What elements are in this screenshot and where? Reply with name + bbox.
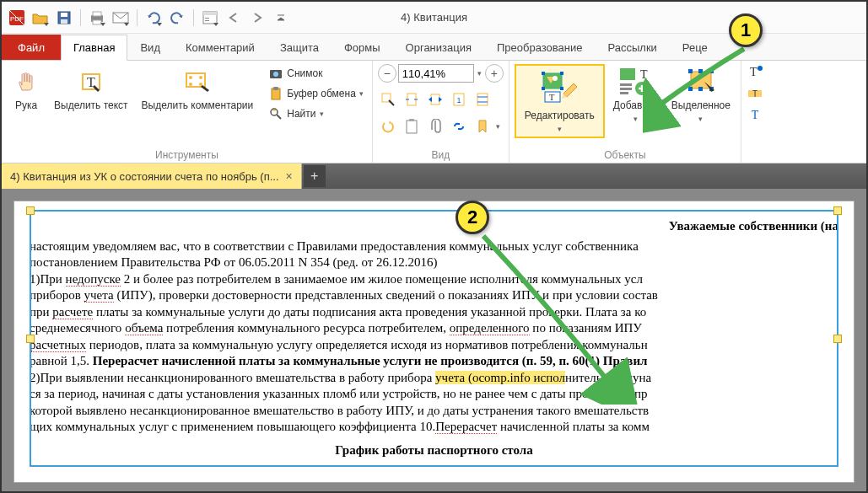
selection-box[interactable] [30, 210, 838, 467]
svg-text:T: T [549, 92, 555, 102]
save-icon[interactable] [54, 8, 74, 28]
annotation-callout-2: 2 [456, 201, 489, 234]
svg-text:PDF: PDF [10, 15, 24, 23]
svg-rect-32 [407, 121, 417, 133]
fit-width-icon[interactable] [425, 89, 445, 110]
print-icon[interactable] [87, 8, 107, 28]
tab-forms[interactable]: Формы [332, 35, 393, 60]
tab-home[interactable]: Главная [61, 35, 127, 61]
svg-rect-37 [542, 87, 545, 90]
svg-rect-42 [620, 68, 635, 80]
forward-icon[interactable] [247, 8, 267, 28]
edit-object-button[interactable]: T Редактировать ▾ [515, 64, 605, 138]
svg-rect-33 [409, 119, 414, 121]
annotation-arrow-1 [643, 40, 761, 142]
zoom-input[interactable] [398, 64, 474, 83]
rotate-left-icon[interactable] [378, 116, 398, 137]
svg-point-17 [199, 76, 202, 79]
resize-handle[interactable] [833, 206, 842, 215]
links-icon[interactable] [449, 116, 469, 137]
fit-page-icon[interactable] [402, 89, 422, 110]
svg-rect-23 [273, 87, 278, 90]
tab-file[interactable]: Файл [2, 35, 61, 60]
zoom-region-icon[interactable] [378, 89, 398, 110]
svg-rect-4 [61, 19, 67, 24]
page[interactable]: Уважаемые собственники (на настоящим уве… [13, 201, 855, 483]
tab-view[interactable]: Вид [127, 35, 173, 60]
new-tab-button[interactable]: + [304, 165, 326, 187]
svg-point-18 [189, 83, 192, 86]
resize-handle[interactable] [26, 206, 35, 215]
resize-handle[interactable] [26, 335, 35, 343]
svg-rect-6 [93, 12, 101, 16]
svg-rect-38 [560, 87, 563, 90]
zoom-out-button[interactable]: − [378, 64, 396, 83]
svg-rect-12 [205, 20, 209, 21]
paste-icon[interactable] [402, 116, 422, 137]
qat-customize-icon[interactable] [271, 8, 291, 28]
fit-visible-icon[interactable] [472, 89, 493, 110]
resize-handle[interactable] [833, 335, 842, 343]
svg-rect-28 [431, 94, 439, 104]
zoom-in-button[interactable]: + [485, 64, 504, 83]
svg-rect-44 [620, 83, 632, 86]
svg-rect-10 [203, 12, 217, 15]
hand-tool-button[interactable]: Рука [7, 64, 46, 115]
tab-protect[interactable]: Защита [267, 35, 332, 60]
app-menu-icon[interactable] [200, 8, 220, 28]
svg-rect-25 [272, 110, 276, 111]
svg-rect-45 [620, 88, 632, 90]
back-icon[interactable] [224, 8, 244, 28]
svg-point-19 [199, 83, 202, 86]
actual-size-icon[interactable]: 1 [449, 89, 469, 110]
svg-point-39 [553, 76, 558, 81]
clipboard-button[interactable]: Буфер обмена ▾ [265, 84, 367, 103]
email-icon[interactable] [111, 8, 131, 28]
snapshot-button[interactable]: Снимок [265, 64, 367, 83]
svg-rect-31 [477, 94, 488, 105]
svg-rect-46 [620, 92, 628, 94]
open-icon[interactable] [30, 8, 51, 28]
svg-text:1: 1 [456, 96, 461, 104]
svg-point-21 [273, 72, 278, 77]
svg-rect-3 [61, 13, 67, 17]
undo-icon[interactable] [143, 8, 164, 28]
find-button[interactable]: Найти ▾ [265, 104, 367, 123]
group-instruments: Рука T Выделить текст Выделить комментар… [2, 61, 373, 163]
document-tab[interactable]: 4) Квитанция из УК о состоянии счета по … [2, 163, 302, 189]
attachment-icon[interactable] [425, 116, 445, 137]
annotation-arrow-2 [471, 219, 639, 405]
tab-convert[interactable]: Преобразование [484, 35, 596, 60]
tab-organize[interactable]: Организация [393, 35, 484, 60]
select-text-button[interactable]: T Выделить текст [49, 64, 133, 115]
close-tab-icon[interactable]: × [286, 169, 293, 183]
tab-comment[interactable]: Комментарий [173, 35, 267, 60]
select-comments-button[interactable]: Выделить комментарии [137, 64, 259, 115]
document-tab-bar: 4) Квитанция из УК о состоянии счета по … [2, 163, 866, 189]
redo-icon[interactable] [167, 8, 187, 28]
svg-rect-34 [543, 73, 562, 88]
svg-rect-11 [205, 18, 209, 19]
document-area: Уважаемые собственники (на настоящим уве… [2, 189, 866, 493]
window-title: 4) Квитанция [401, 11, 467, 24]
group-view: − ▾ + 1 ▾ Вид [373, 61, 509, 163]
annotation-callout-1: 1 [729, 13, 763, 47]
svg-rect-35 [542, 72, 545, 75]
svg-rect-36 [560, 72, 563, 75]
svg-point-16 [189, 76, 192, 79]
bookmark-icon[interactable] [472, 116, 493, 137]
app-logo-icon: PDF [7, 8, 27, 28]
